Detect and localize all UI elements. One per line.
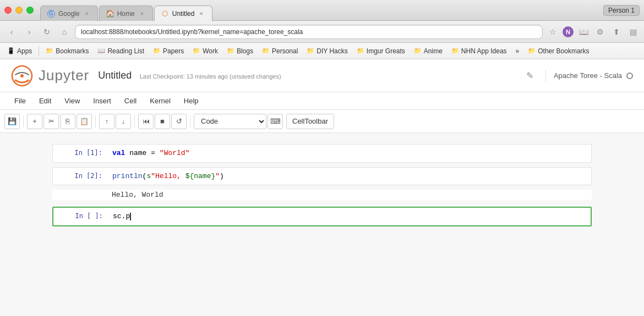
tab-home-close-icon[interactable]: ✕ [138,10,146,18]
copy-button[interactable]: ⎘ [60,114,75,129]
tab-untitled-close-icon[interactable]: ✕ [198,10,205,18]
cell-type-select[interactable]: Code Markdown Raw NBConvert [194,114,266,129]
bookmark-anime-label: Anime [424,47,443,55]
menu-cell[interactable]: Cell [119,96,142,106]
tab-google-close-icon[interactable]: ✕ [83,10,91,18]
cell-2-content[interactable]: println(s"Hello, ${name}") [108,168,591,185]
reader-icon[interactable]: 📖 [577,25,590,38]
jupyter-page: Jupyter Untitled Last Checkpoint: 13 min… [0,59,644,316]
svg-point-1 [20,74,24,77]
title-bar: G Google ✕ 🏠 Home ✕ ⬡ Untitled ✕ Person … [0,0,644,21]
share-icon[interactable]: ⬆ [610,25,623,38]
celltoolbar-button[interactable]: CellToolbar [286,114,334,129]
sidebar-icon[interactable]: ▤ [626,25,640,38]
jupyter-toolbar: 💾 + ✂ ⎘ 📋 ↑ ↓ ⏮ ■ ↺ Code Markdown Raw NB… [0,110,644,133]
var-name: name [129,149,151,157]
bookmark-imgur-greats-label: Imgur Greats [367,47,405,55]
address-url: localhost:8888/notebooks/Untitled.ipynb?… [81,28,303,36]
jupyter-menubar: File Edit View Insert Cell Kernel Help [0,92,644,110]
bookmark-work[interactable]: 📁 Work [189,46,222,56]
skip-to-beginning-button[interactable]: ⏮ [138,114,154,129]
more-chevron-icon: » [516,47,520,55]
close-button[interactable] [4,7,12,14]
bookmark-papers-label: Papers [163,47,184,55]
notebook-name[interactable]: Untitled [98,70,132,81]
tabs-bar: G Google ✕ 🏠 Home ✕ ⬡ Untitled ✕ [40,0,603,20]
toolbar-sep-2 [95,115,96,127]
tab-google-label: Google [58,10,80,18]
cell-3-content[interactable]: sc.p [108,208,591,225]
menu-insert[interactable]: Insert [88,96,117,106]
work-icon: 📁 [193,47,200,54]
menu-view[interactable]: View [59,96,85,106]
bookmark-imgur-greats[interactable]: 📁 Imgur Greats [353,46,409,56]
papers-icon: 📁 [153,47,161,54]
menu-edit[interactable]: Edit [34,96,57,106]
title-bar-right: Person 1 [603,5,640,16]
menu-file[interactable]: File [9,96,31,106]
bookmark-apps[interactable]: 📱 Apps [3,46,36,56]
reading-list-icon: 📖 [97,47,105,54]
maximize-button[interactable] [26,7,34,14]
kernel-status-circle [626,73,633,79]
bookmark-papers[interactable]: 📁 Papers [149,46,188,56]
operator-eq: = [151,149,160,157]
restart-button[interactable]: ↺ [171,114,187,129]
cell-2-prompt: In [2]: [53,168,108,185]
minimize-button[interactable] [15,7,23,14]
add-cell-below-button[interactable]: + [27,114,42,129]
personal-icon: 📁 [262,47,270,54]
bookmark-bookmarks[interactable]: 📁 Bookmarks [42,46,92,56]
kernel-name: Apache Toree - Scala [554,71,622,80]
cell-3[interactable]: In [ ]: sc.p [52,207,592,226]
bookmark-anime[interactable]: 📁 Anime [410,46,446,56]
stop-button[interactable]: ■ [155,114,170,129]
cut-button[interactable]: ✂ [43,114,59,129]
apps-icon: 📱 [7,47,15,54]
save-button[interactable]: 💾 [4,114,20,129]
jupyter-logo-icon [11,65,33,87]
back-button[interactable]: ‹ [4,25,19,39]
diy-hacks-icon: 📁 [307,47,314,54]
bookmark-other-bookmarks[interactable]: 📁 Other Bookmarks [524,46,593,56]
refresh-button[interactable]: ↻ [40,25,54,39]
extensions-icon[interactable]: N [563,26,574,37]
forward-button[interactable]: › [22,25,36,39]
tab-untitled-label: Untitled [172,10,195,18]
menu-kernel[interactable]: Kernel [144,96,176,106]
interp-var: ${name} [185,172,216,180]
tab-home-label: Home [117,10,135,18]
paste-button[interactable]: 📋 [77,114,92,129]
bookmark-reading-list[interactable]: 📖 Reading List [94,46,148,56]
cell-2[interactable]: In [2]: println(s"Hello, ${name}") [52,167,592,186]
output-prompt-2 [52,190,107,200]
tab-home[interactable]: 🏠 Home ✕ [99,5,153,21]
string-world: "World" [160,149,190,157]
move-up-button[interactable]: ↑ [99,114,114,129]
bookmark-personal[interactable]: 📁 Personal [258,46,302,56]
address-icons: ☆ N 📖 ⚙ ⬆ ▤ [546,25,640,38]
move-down-button[interactable]: ↓ [116,114,131,129]
keyboard-shortcut-button[interactable]: ⌨ [268,114,283,129]
cell-1[interactable]: In [1]: val name = "World" [52,144,592,163]
kernel-area: ✎ Apache Toree - Scala [522,68,633,83]
bookmark-star-icon[interactable]: ☆ [546,25,559,38]
bookmark-nhn-app-ideas[interactable]: 📁 NHN App Ideas [447,46,511,56]
address-bar[interactable]: localhost:8888/notebooks/Untitled.ipynb?… [75,25,543,39]
menu-help[interactable]: Help [178,96,204,106]
home-button[interactable]: ⌂ [57,25,72,39]
toolbar-sep-3 [134,115,135,127]
bookmark-sep-1 [39,46,39,56]
settings-icon[interactable]: ⚙ [593,25,607,38]
anime-icon: 📁 [414,47,422,54]
cell-wrapper: In [1]: val name = "World" In [2]: print… [52,144,592,226]
tab-untitled[interactable]: ⬡ Untitled ✕ [154,5,213,21]
person-badge[interactable]: Person 1 [603,5,640,16]
bookmark-blogs[interactable]: 📁 Blogs [223,46,257,56]
cell-1-content[interactable]: val name = "World" [108,145,591,162]
tab-google[interactable]: G Google ✕ [40,5,98,21]
more-bookmarks-button[interactable]: » [512,46,523,56]
edit-icon[interactable]: ✎ [522,68,538,83]
bookmark-diy-hacks[interactable]: 📁 DIY Hacks [303,46,351,56]
cell-3-prompt: In [ ]: [53,208,108,225]
